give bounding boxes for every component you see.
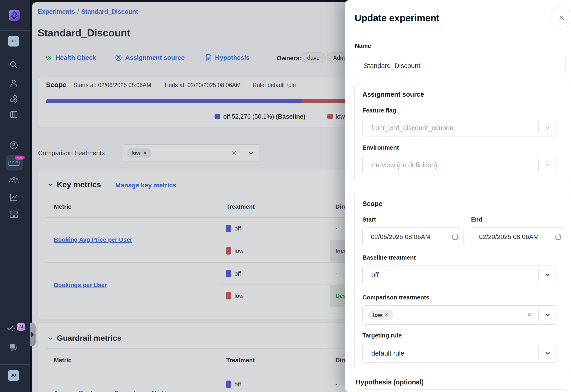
line-chart-icon[interactable] <box>9 192 19 202</box>
breadcrumb-experiments-link[interactable]: Experiments <box>38 8 75 15</box>
name-label: Name <box>355 42 371 49</box>
chip-remove-icon[interactable]: ✕ <box>143 150 147 156</box>
health-check-label: Health Check <box>56 54 96 61</box>
target-icon <box>115 54 122 61</box>
direction-value: - <box>335 380 337 388</box>
name-field-wrap <box>355 56 566 75</box>
treatment-chip-low[interactable]: low✕ <box>368 310 393 320</box>
environment-select[interactable]: Preview (no definition) <box>362 156 557 174</box>
treatment-swatch-off <box>226 380 231 388</box>
hypothesis-optional-label: Hypothesis (optional) <box>356 378 424 386</box>
dashboard-grid-icon[interactable] <box>9 210 19 220</box>
workspace-badge[interactable]: HO <box>8 36 19 46</box>
scope-title: Scope <box>362 200 382 208</box>
end-label: End <box>471 216 482 223</box>
hexagons-icon[interactable] <box>9 94 19 104</box>
scope-ends-at: Ends at: 02/20/2025 08:06AM <box>165 82 241 88</box>
help-chat-icon[interactable]: ? <box>8 343 18 353</box>
end-date-input[interactable]: 02/20/2025 08:06AM <box>471 227 567 246</box>
treatment-swatch-off <box>226 225 231 232</box>
chevron-down-icon <box>539 119 557 137</box>
start-date-input[interactable]: 02/06/2025 08:06AM <box>362 227 464 246</box>
scope-rule: Rule: default rule <box>253 82 296 88</box>
select-clear-icon[interactable]: ✕ <box>527 311 532 319</box>
direction-value: - <box>335 225 337 232</box>
legend-off: off 52,276 (50.1%) (Baseline) <box>223 113 305 120</box>
comparison-treatments-select[interactable]: low✕ ✕ <box>123 144 259 162</box>
chevron-down-icon <box>539 306 557 324</box>
milestone-flag-icon[interactable] <box>9 140 19 150</box>
assignment-source-label: Assignment source <box>125 54 185 61</box>
direction-value: - <box>335 270 337 277</box>
key-metrics-title: Key metrics <box>57 180 101 189</box>
hypothesis-textarea[interactable] <box>356 390 567 392</box>
treatment-cell: low <box>226 288 243 303</box>
ruler-icon[interactable] <box>8 158 20 169</box>
collapse-chevron-icon[interactable] <box>47 182 54 189</box>
breadcrumb: Experiments/Standard_Discount <box>38 8 138 15</box>
treatment-swatch-off <box>226 270 231 277</box>
scope-summary-title: Scope <box>46 81 67 89</box>
metric-link[interactable]: Average Bookings in Property per Night <box>54 390 167 392</box>
treatment-cell: off <box>226 266 241 281</box>
treatment-cell: off <box>226 221 241 236</box>
user-icon[interactable] <box>9 78 19 88</box>
scope-starts-at: Starts at: 02/06/2025 08:06AM <box>73 82 151 88</box>
select-clear-icon[interactable]: ✕ <box>231 149 237 157</box>
calendar-icon[interactable] <box>555 234 562 240</box>
name-input[interactable] <box>355 56 566 75</box>
owners-label: Owners: <box>277 55 301 62</box>
ai-badge: AI <box>17 323 25 331</box>
collapse-chevron-icon[interactable] <box>47 335 54 343</box>
hypothesis-label: Hypothesis <box>215 54 250 61</box>
comparison-treatments-select[interactable]: low✕ ✕ <box>362 305 557 325</box>
comparison-treatments-label: Comparison treatments <box>362 294 429 301</box>
chevron-down-icon <box>539 266 557 284</box>
ai-sparkle-icon[interactable] <box>7 324 17 334</box>
app-root: Experiments/Standard_Discount Standard_D… <box>0 0 571 392</box>
targeting-rule-label: Targeting rule <box>362 332 402 339</box>
close-button[interactable] <box>551 7 571 29</box>
health-check-link[interactable]: Health Check <box>45 54 96 61</box>
feature-flag-select[interactable]: front_end_discount_coupon <box>362 119 557 137</box>
guardrail-metrics-title: Guardrail metrics <box>57 334 121 343</box>
breadcrumb-current-link[interactable]: Standard_Discount <box>81 8 138 15</box>
chevron-down-icon[interactable] <box>243 145 259 162</box>
legend-off-swatch <box>214 114 220 119</box>
owner-pill-dave[interactable]: dave <box>301 53 326 63</box>
page-title: Standard_Discount <box>38 27 130 39</box>
treatment-swatch-low <box>226 292 231 299</box>
statsig-logo[interactable] <box>9 10 20 21</box>
treatment-chip-low[interactable]: low✕ <box>127 148 152 158</box>
baseline-treatment-select[interactable]: off <box>362 266 557 284</box>
chip-remove-icon[interactable]: ✕ <box>385 312 388 318</box>
search-icon[interactable] <box>9 60 19 70</box>
assignment-source-card: Assignment source Feature flag front_end… <box>354 83 570 182</box>
sidebar: HO NEW <box>0 0 30 392</box>
chevron-down-icon <box>539 156 557 174</box>
treatment-swatch-low <box>226 247 231 254</box>
metric-link[interactable]: Booking Avg Price per User <box>54 236 132 243</box>
manage-key-metrics-link[interactable]: Manage key metrics <box>115 182 176 189</box>
audience-people-icon[interactable] <box>9 175 19 185</box>
metric-link[interactable]: Bookings per User <box>54 281 107 289</box>
heart-check-icon <box>45 54 53 61</box>
document-icon <box>205 54 212 61</box>
user-avatar-badge[interactable]: JO <box>8 370 19 381</box>
treatment-cell: low <box>226 243 243 258</box>
chevron-right-icon <box>31 332 34 337</box>
calendar-icon[interactable] <box>452 234 458 240</box>
targeting-rule-select[interactable]: default rule <box>362 344 557 363</box>
legend-low-swatch <box>327 114 333 119</box>
scope-card: Scope Start End 02/06/2025 08:06AM 02/20… <box>354 192 570 370</box>
breadcrumb-separator: / <box>75 8 81 15</box>
svg-text:?: ? <box>12 345 14 348</box>
split-bar-off-segment <box>46 99 302 103</box>
chevron-down-icon <box>539 344 557 363</box>
col-header-metric: Metric <box>54 357 71 364</box>
columns-icon[interactable] <box>9 110 19 120</box>
start-label: Start <box>362 216 376 223</box>
environment-label: Environment <box>362 144 399 151</box>
assignment-source-link[interactable]: Assignment source <box>115 54 185 61</box>
hypothesis-link[interactable]: Hypothesis <box>205 54 250 61</box>
